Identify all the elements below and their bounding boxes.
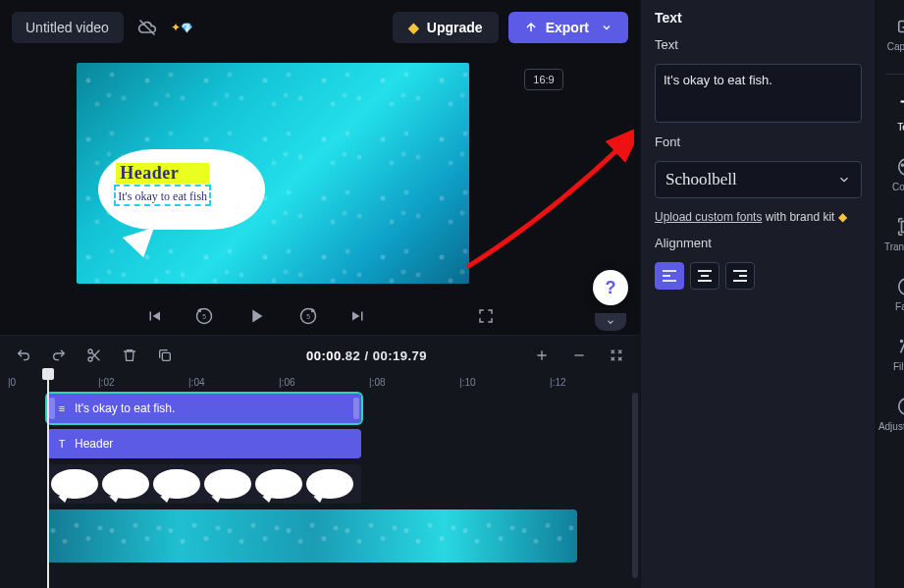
chevron-down-icon xyxy=(605,317,616,327)
align-right-button[interactable] xyxy=(725,262,755,290)
font-value: Schoolbell xyxy=(665,170,737,189)
duplicate-button[interactable] xyxy=(153,344,177,367)
timeline-scrollbar[interactable] xyxy=(632,393,638,578)
bubble-header-text: Header xyxy=(116,163,209,184)
export-button[interactable]: Export xyxy=(508,12,628,43)
timeline-ruler[interactable]: |0 |:02 |:04 |:06 |:08 |:10 |:12 xyxy=(0,375,640,394)
diamond-icon: ◆ xyxy=(838,210,847,224)
bubble-thumb xyxy=(255,469,302,499)
svg-point-6 xyxy=(88,357,92,361)
skip-end-button[interactable] xyxy=(346,303,371,329)
svg-rect-7 xyxy=(162,352,170,360)
rail-label: Filters xyxy=(893,361,904,372)
delete-button[interactable] xyxy=(118,344,141,367)
preview-canvas[interactable]: Header It's okay to eat fish xyxy=(77,63,469,284)
rail-label: Transform xyxy=(884,241,904,252)
bubble-thumb xyxy=(204,469,251,499)
text-clip-2[interactable]: T Header xyxy=(47,429,361,458)
rail-text[interactable]: Text xyxy=(877,92,904,136)
zoom-out-button[interactable] xyxy=(567,344,591,367)
collapse-panel-button[interactable] xyxy=(595,313,626,331)
svg-point-13 xyxy=(898,279,904,295)
text-t-icon: T xyxy=(55,437,69,451)
upload-icon xyxy=(524,21,538,34)
text-content-input[interactable]: It's okay to eat fish. xyxy=(655,64,862,123)
bubble-thumb xyxy=(153,469,200,499)
properties-panel: Text Text It's okay to eat fish. Font Sc… xyxy=(640,0,876,588)
speech-bubble-overlay[interactable]: Header It's okay to eat fish xyxy=(98,149,265,245)
clip-label: Header xyxy=(75,437,113,451)
rail-transform[interactable]: Transform xyxy=(877,212,904,256)
text-clip-1[interactable]: ≡ It's okay to eat fish. xyxy=(47,394,361,423)
playhead[interactable] xyxy=(47,376,49,588)
skip-start-button[interactable] xyxy=(141,303,167,329)
svg-point-9 xyxy=(901,164,903,166)
bubble-thumb xyxy=(51,469,98,499)
rail-filters[interactable]: Filters xyxy=(877,332,904,376)
play-button[interactable] xyxy=(241,301,271,331)
rail-label: Captions xyxy=(887,41,904,52)
undo-button[interactable] xyxy=(12,344,35,367)
bubble-thumb xyxy=(102,469,149,499)
export-label: Export xyxy=(546,20,589,35)
timecode-display: 00:00.82 / 00:19.79 xyxy=(306,348,427,363)
upload-fonts-row: Upload custom fonts with brand kit ◆ xyxy=(655,210,862,224)
font-select[interactable]: Schoolbell xyxy=(655,161,862,198)
svg-point-5 xyxy=(88,349,92,353)
panel-title: Text xyxy=(655,10,862,26)
clip-label: It's okay to eat fish. xyxy=(75,401,175,415)
diamond-sparkle-icon: ✦💎 xyxy=(171,21,192,34)
cloud-sync-icon[interactable] xyxy=(133,14,161,41)
fullscreen-button[interactable] xyxy=(473,303,499,329)
svg-point-14 xyxy=(900,341,902,343)
upload-fonts-link[interactable]: Upload custom fonts xyxy=(655,210,762,224)
rail-label: Text xyxy=(897,122,904,133)
overlay-clip[interactable] xyxy=(47,464,361,504)
app-header: ✦💎 ◆ Upgrade Export xyxy=(0,0,640,55)
bubble-subtext: It's okay to eat fish xyxy=(118,189,207,203)
rail-adjust-colors[interactable]: Adjust colors xyxy=(877,392,904,436)
rail-captions[interactable]: Captions xyxy=(877,12,904,56)
timeline: 00:00.82 / 00:19.79 |0 |:02 |:04 |:06 |:… xyxy=(0,335,640,588)
rail-label: Adjust colors xyxy=(878,421,904,432)
font-field-label: Font xyxy=(655,134,862,149)
svg-rect-8 xyxy=(898,22,904,32)
chevron-down-icon xyxy=(601,22,612,33)
bubble-subtext-selected[interactable]: It's okay to eat fish xyxy=(116,187,209,204)
rail-colors[interactable]: Colors xyxy=(877,152,904,196)
playback-controls: 5 5 xyxy=(0,284,640,335)
rail-fade[interactable]: Fade xyxy=(877,272,904,316)
split-button[interactable] xyxy=(82,344,106,367)
chevron-down-icon xyxy=(837,173,851,187)
rail-label: Colors xyxy=(892,182,904,192)
aspect-ratio-selector[interactable]: 16:9 xyxy=(524,69,562,90)
forward-5-button[interactable]: 5 xyxy=(294,302,322,330)
svg-text:5: 5 xyxy=(306,313,310,320)
redo-button[interactable] xyxy=(47,344,71,367)
upload-fonts-tail: with brand kit xyxy=(766,210,835,224)
align-center-button[interactable] xyxy=(690,262,719,290)
project-title-input[interactable] xyxy=(12,12,124,43)
rewind-5-button[interactable]: 5 xyxy=(190,302,218,330)
upgrade-button[interactable]: ◆ Upgrade xyxy=(393,12,499,43)
tool-rail: Captions Text Colors Transform Fade Filt… xyxy=(876,0,904,588)
svg-point-16 xyxy=(898,399,904,415)
align-left-button[interactable] xyxy=(655,262,684,290)
help-button[interactable]: ? xyxy=(593,270,628,305)
diamond-icon: ◆ xyxy=(408,20,419,35)
annotation-arrow xyxy=(457,130,634,287)
fit-timeline-button[interactable] xyxy=(605,344,628,367)
upgrade-label: Upgrade xyxy=(427,20,483,35)
video-clip[interactable] xyxy=(47,509,577,562)
alignment-label: Alignment xyxy=(655,236,862,250)
text-field-label: Text xyxy=(655,37,862,52)
rail-label: Fade xyxy=(895,301,904,312)
text-lines-icon: ≡ xyxy=(55,401,69,415)
svg-text:5: 5 xyxy=(202,313,206,320)
bubble-thumb xyxy=(306,469,353,499)
zoom-in-button[interactable] xyxy=(530,344,554,367)
